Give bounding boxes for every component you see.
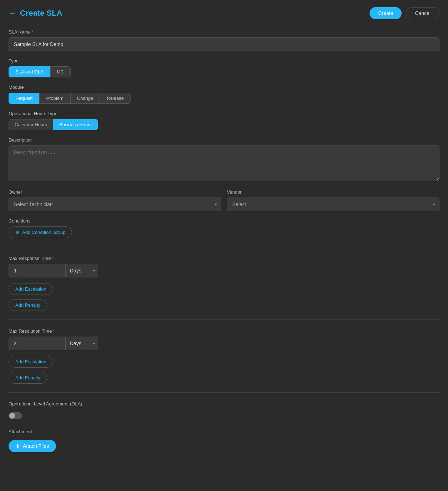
max-response-section: Max Response Time* Days Hours Minutes ▾ … [9, 256, 439, 311]
description-label: Description [9, 137, 439, 143]
operational-hours-label: Operational Hours Type [9, 111, 439, 116]
attachment-group: Attachment ⬆ Attach Files [9, 429, 439, 452]
module-request-button[interactable]: Request [9, 93, 39, 104]
plus-circle-icon: ⊕ [15, 230, 19, 235]
add-escalation-resolution-button[interactable]: Add Escalation [9, 356, 53, 368]
max-resolution-label: Max Resolution Time* [9, 328, 439, 334]
max-response-unit-select[interactable]: Days Hours Minutes [66, 264, 98, 277]
owner-select[interactable]: Select Technician [9, 198, 221, 211]
description-group: Description [9, 137, 439, 182]
attachment-label: Attachment [9, 429, 439, 434]
vendor-select-wrapper: Select ▾ [227, 198, 439, 211]
create-button[interactable]: Create [370, 7, 402, 19]
type-toggle-group: SLA and OLA UC [9, 66, 71, 77]
vendor-label: Vendor [227, 189, 439, 195]
type-label: Type [9, 58, 439, 63]
attach-files-button[interactable]: ⬆ Attach Files [9, 440, 56, 452]
max-response-actions: Add Escalation Add Penalty [9, 283, 439, 311]
ola-toggle[interactable] [9, 412, 22, 419]
module-release-button[interactable]: Release [100, 93, 131, 104]
divider-1 [9, 247, 439, 247]
module-change-button[interactable]: Change [70, 93, 100, 104]
cancel-button[interactable]: Cancel [406, 7, 439, 19]
divider-3 [9, 392, 439, 393]
max-resolution-unit-select[interactable]: Days Hours Minutes [66, 337, 98, 350]
owner-label: Owner [9, 189, 221, 195]
op-hours-toggle-group: Calendar Hours Business Hours [9, 119, 98, 130]
ola-section: Operational Level Agreement (OLA) [9, 401, 439, 420]
max-resolution-actions: Add Escalation Add Penalty [9, 356, 439, 384]
module-toggle-group: Request Problem Change Release [9, 93, 131, 104]
owner-group: Owner Select Technician ▾ [9, 189, 221, 211]
vendor-group: Vendor Select ▾ [227, 189, 439, 211]
header: ← Create SLA Create Cancel [9, 7, 439, 19]
business-hours-button[interactable]: Business Hours [53, 119, 98, 130]
upload-icon: ⬆ [16, 443, 20, 449]
add-penalty-resolution-button[interactable]: Add Penalty [9, 372, 47, 384]
divider-2 [9, 319, 439, 320]
sla-name-label: SLA Name* [9, 29, 439, 35]
max-resolution-unit-wrapper: Days Hours Minutes ▾ [66, 337, 98, 350]
conditions-label: Conditions [9, 218, 439, 224]
back-arrow-icon[interactable]: ← [9, 9, 16, 18]
page-title: ← Create SLA [9, 9, 62, 18]
required-star-resolution: * [52, 328, 54, 334]
attach-files-label: Attach Files [23, 443, 49, 449]
operational-hours-group: Operational Hours Type Calendar Hours Bu… [9, 111, 439, 130]
module-problem-button[interactable]: Problem [39, 93, 70, 104]
vendor-select[interactable]: Select [227, 198, 439, 211]
type-uc-button[interactable]: UC [50, 66, 71, 77]
add-penalty-response-button[interactable]: Add Penalty [9, 299, 47, 311]
type-sla-ola-button[interactable]: SLA and OLA [9, 66, 50, 77]
calendar-hours-button[interactable]: Calendar Hours [9, 119, 53, 130]
max-resolution-number-input[interactable] [9, 337, 66, 350]
header-actions: Create Cancel [370, 7, 439, 19]
max-response-label: Max Response Time* [9, 256, 439, 261]
type-group: Type SLA and OLA UC [9, 58, 439, 77]
sla-name-group: SLA Name* [9, 29, 439, 51]
ola-label: Operational Level Agreement (OLA) [9, 401, 439, 406]
conditions-section: Conditions ⊕ Add Condition Group [9, 218, 439, 238]
max-response-input-row: Days Hours Minutes ▾ [9, 264, 439, 277]
owner-select-wrapper: Select Technician ▾ [9, 198, 221, 211]
add-escalation-response-button[interactable]: Add Escalation [9, 283, 53, 295]
ola-toggle-knob [9, 413, 15, 419]
required-star-response: * [52, 256, 54, 261]
sla-name-input[interactable] [9, 37, 439, 51]
description-textarea[interactable] [9, 145, 439, 181]
max-response-number-input[interactable] [9, 264, 66, 277]
max-response-unit-wrapper: Days Hours Minutes ▾ [66, 264, 98, 277]
max-resolution-input-row: Days Hours Minutes ▾ [9, 337, 439, 350]
add-condition-group-button[interactable]: ⊕ Add Condition Group [9, 226, 72, 238]
module-label: Module [9, 85, 439, 90]
required-star: * [31, 29, 33, 35]
module-group: Module Request Problem Change Release [9, 85, 439, 104]
max-resolution-section: Max Resolution Time* Days Hours Minutes … [9, 328, 439, 384]
owner-vendor-row: Owner Select Technician ▾ Vendor Select … [9, 189, 439, 218]
add-condition-group-label: Add Condition Group [22, 230, 65, 235]
